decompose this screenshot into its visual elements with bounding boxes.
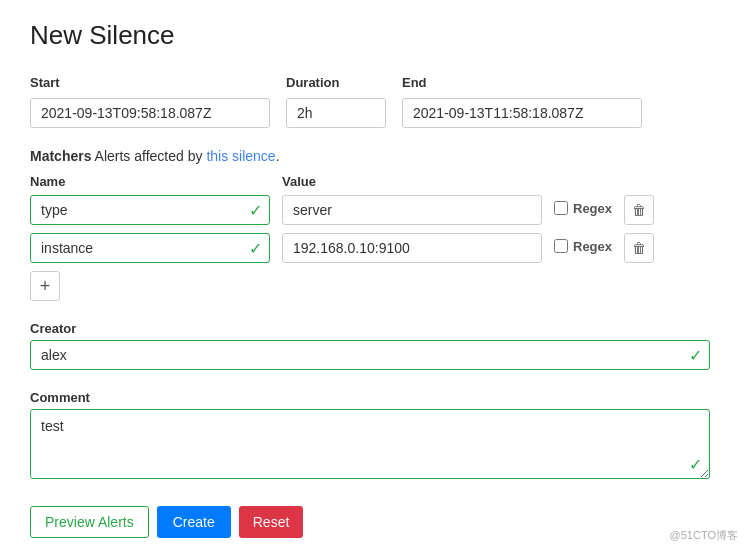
duration-field-group: Duration [286,75,386,128]
comment-textarea[interactable] [30,409,710,479]
regex-text-2: Regex [573,239,612,254]
matchers-columns: Name Value [30,174,720,189]
matcher-value-input-1[interactable] [282,195,542,225]
creator-valid-icon: ✓ [689,346,702,365]
watermark: @51CTO博客 [670,528,738,543]
start-field-group: Start [30,75,270,128]
matcher-row: ✓ Regex 🗑 [30,195,720,225]
creator-wrapper: ✓ [30,340,710,370]
end-label: End [402,75,642,90]
action-buttons: Preview Alerts Create Reset [30,506,720,538]
matchers-note: Alerts affected by [91,148,206,164]
end-field-group: End [402,75,642,128]
creator-section: Creator ✓ [30,321,720,370]
matcher-value-wrapper-2 [282,233,542,263]
creator-input[interactable] [30,340,710,370]
regex-text-1: Regex [573,201,612,216]
create-button[interactable]: Create [157,506,231,538]
matcher-row: ✓ Regex 🗑 [30,233,720,263]
creator-label: Creator [30,321,720,336]
page-title: New Silence [30,20,720,51]
trash-icon-1: 🗑 [632,202,646,218]
name-valid-icon-2: ✓ [249,239,262,258]
regex-label-2: Regex [554,239,612,254]
comment-label: Comment [30,390,720,405]
matchers-period: . [276,148,280,164]
comment-wrapper: ✓ [30,409,710,482]
delete-matcher-button-2[interactable]: 🗑 [624,233,654,263]
regex-label-1: Regex [554,201,612,216]
regex-checkbox-1[interactable] [554,201,568,215]
matcher-name-input-1[interactable] [30,195,270,225]
duration-input[interactable] [286,98,386,128]
time-section: Start Duration End [30,75,720,128]
comment-valid-icon: ✓ [689,455,702,474]
matcher-name-wrapper-1: ✓ [30,195,270,225]
matchers-link[interactable]: this silence [206,148,275,164]
name-valid-icon-1: ✓ [249,201,262,220]
end-input[interactable] [402,98,642,128]
add-matcher-button[interactable]: + [30,271,60,301]
preview-alerts-button[interactable]: Preview Alerts [30,506,149,538]
duration-label: Duration [286,75,386,90]
trash-icon-2: 🗑 [632,240,646,256]
matcher-name-input-2[interactable] [30,233,270,263]
name-column-header: Name [30,174,270,189]
comment-section: Comment ✓ [30,390,720,482]
delete-matcher-button-1[interactable]: 🗑 [624,195,654,225]
matchers-label: Matchers [30,148,91,164]
reset-button[interactable]: Reset [239,506,304,538]
start-input[interactable] [30,98,270,128]
matchers-section: Matchers Alerts affected by this silence… [30,148,720,301]
regex-checkbox-2[interactable] [554,239,568,253]
matcher-name-wrapper-2: ✓ [30,233,270,263]
matchers-header: Matchers Alerts affected by this silence… [30,148,720,164]
matcher-value-input-2[interactable] [282,233,542,263]
matcher-value-wrapper-1 [282,195,542,225]
start-label: Start [30,75,270,90]
plus-icon: + [40,276,51,297]
value-column-header: Value [282,174,542,189]
